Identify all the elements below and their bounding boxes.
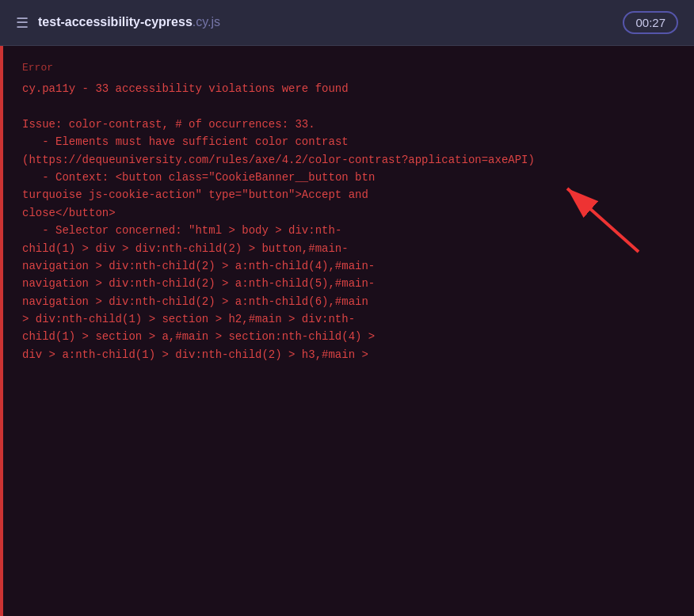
filename-bold: test-accessibility-cypress — [38, 15, 193, 29]
filename-title: test-accessibility-cypress.cy.js — [38, 15, 220, 30]
error-output: cy.pa11y - 33 accessibility violations w… — [22, 80, 675, 363]
titlebar-left: ☰ test-accessibility-cypress.cy.js — [16, 14, 220, 32]
main-window: ☰ test-accessibility-cypress.cy.js 00:27… — [0, 0, 694, 616]
file-icon: ☰ — [16, 14, 29, 32]
titlebar: ☰ test-accessibility-cypress.cy.js 00:27 — [0, 0, 694, 46]
filename-ext: .cy.js — [193, 15, 220, 29]
error-label: Error — [22, 62, 675, 74]
content-area: Error cy.pa11y - 33 accessibility violat… — [0, 46, 694, 616]
timer-badge: 00:27 — [623, 11, 678, 34]
